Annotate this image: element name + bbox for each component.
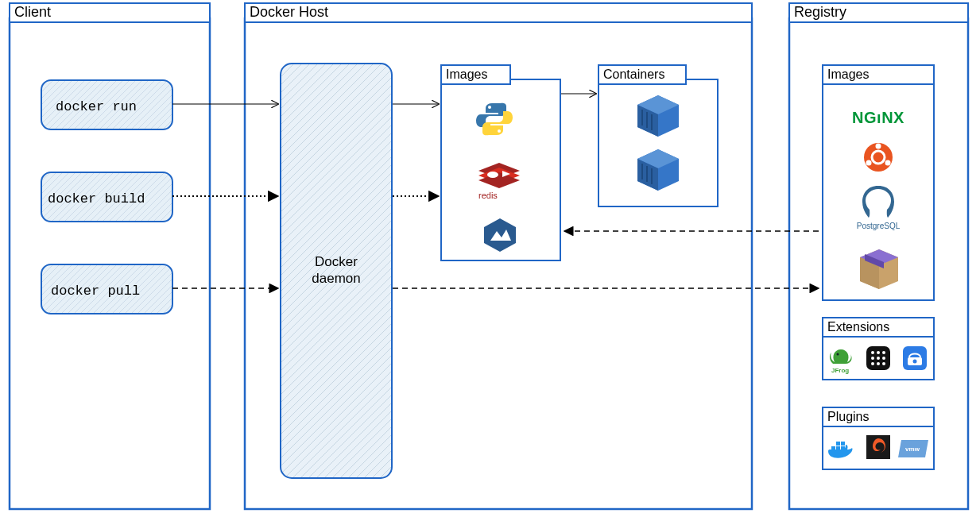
docker-host-panel: Docker Host Docker daemon Images — [245, 3, 752, 509]
client-title: Client — [14, 4, 51, 20]
package-icon — [860, 249, 898, 289]
svg-point-14 — [487, 172, 498, 178]
svg-point-37 — [877, 351, 880, 354]
postgresql-icon: PostgreSQL — [857, 186, 901, 230]
svg-point-36 — [871, 351, 874, 354]
svg-point-25 — [876, 144, 881, 149]
svg-text:vmw: vmw — [905, 446, 920, 453]
registry-extensions-title: Extensions — [827, 320, 889, 334]
svg-point-39 — [871, 357, 874, 360]
vmware-icon: vmw — [898, 440, 928, 457]
svg-point-12 — [488, 106, 491, 109]
svg-rect-54 — [841, 442, 845, 446]
svg-point-41 — [882, 357, 885, 360]
docker-run-label: docker run — [56, 99, 137, 114]
registry-panel: Registry Images NGıNX PostgreSQL — [789, 3, 968, 509]
registry-title: Registry — [794, 4, 846, 20]
registry-plugins-box: Plugins vmw — [823, 407, 934, 469]
svg-point-26 — [866, 160, 872, 166]
app-grid-icon — [866, 346, 890, 370]
svg-point-27 — [885, 160, 891, 166]
svg-point-47 — [913, 360, 917, 364]
registry-extensions-box: Extensions JFrog — [823, 318, 934, 380]
docker-pull-label: docker pull — [51, 284, 140, 299]
ubuntu-icon — [864, 143, 893, 172]
host-images-title: Images — [446, 68, 487, 81]
svg-marker-16 — [484, 218, 516, 252]
svg-point-40 — [877, 357, 880, 360]
registry-images-title: Images — [827, 68, 869, 81]
svg-point-29 — [882, 197, 885, 200]
svg-text:PostgreSQL: PostgreSQL — [857, 222, 901, 230]
docker-pull-command: docker pull — [41, 264, 172, 314]
svg-point-13 — [498, 129, 501, 133]
container-icon — [637, 95, 679, 137]
svg-point-44 — [882, 362, 885, 365]
svg-point-42 — [871, 362, 874, 365]
svg-point-38 — [882, 351, 885, 354]
docker-plugin-icon — [828, 442, 853, 458]
svg-point-33 — [837, 353, 839, 356]
host-containers-box: Containers — [598, 65, 718, 206]
client-panel: Client docker run docker build docker pu… — [10, 3, 210, 509]
redis-icon: redis — [478, 163, 520, 200]
docker-daemon-label-2: daemon — [312, 271, 360, 286]
jfrog-icon: JFrog — [830, 349, 852, 374]
docker-daemon: Docker daemon — [281, 64, 392, 478]
docker-run-command: docker run — [41, 80, 172, 129]
grafana-icon — [866, 435, 890, 459]
portainer-icon — [903, 346, 927, 370]
alpine-icon — [484, 218, 516, 252]
svg-text:JFrog: JFrog — [831, 367, 849, 374]
host-containers-title: Containers — [603, 68, 664, 81]
svg-rect-53 — [836, 442, 840, 446]
svg-text:redis: redis — [478, 191, 498, 200]
registry-images-box: Images NGıNX PostgreSQL — [823, 65, 934, 300]
python-icon — [476, 103, 513, 136]
host-images-box: Images redis — [441, 65, 560, 260]
docker-host-title: Docker Host — [250, 4, 328, 20]
docker-daemon-label-1: Docker — [315, 254, 358, 269]
svg-point-43 — [877, 362, 880, 365]
docker-build-label: docker build — [48, 191, 145, 206]
container-icon — [637, 149, 679, 191]
registry-plugins-title: Plugins — [827, 410, 869, 423]
nginx-icon: NGıNX — [852, 109, 904, 126]
svg-point-28 — [871, 197, 874, 200]
docker-build-command: docker build — [41, 172, 172, 222]
